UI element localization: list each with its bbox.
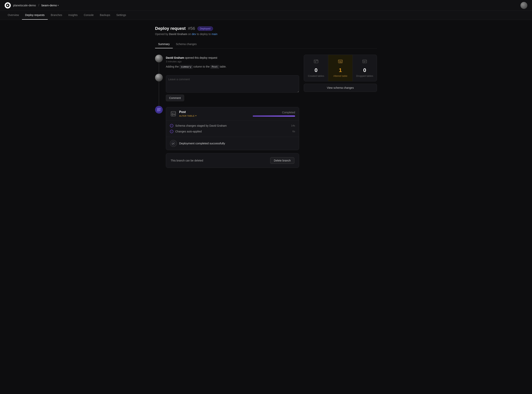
subtab-summary[interactable]: Summary <box>155 40 173 48</box>
db-dropdown-chevron-icon: ▾ <box>58 4 59 7</box>
org-name[interactable]: planetscale-demo <box>13 4 36 7</box>
source-branch-link[interactable]: dev <box>192 32 196 36</box>
migration-step-1: ✓ Schema changes staged by David Graham … <box>170 123 295 129</box>
activity-row-opened: David Graham opened this deploy request … <box>155 55 299 74</box>
db-name: beam-demo <box>42 4 57 7</box>
sub-tabs: Summary Schema changes <box>155 40 377 48</box>
desc-prefix: Adding the <box>166 65 179 68</box>
migration-name-wrapper: Post ALTER TABLE ▾ <box>179 110 197 117</box>
activity-time: 3 minutes ago <box>166 60 299 63</box>
tab-branches[interactable]: Branches <box>48 11 65 20</box>
planetscale-logo[interactable] <box>5 2 11 9</box>
svg-rect-2 <box>159 108 160 109</box>
activity-avatar-2 <box>155 74 163 81</box>
migration-table-name: Post <box>179 110 197 114</box>
stats-column: 0 Created tables 1 Altered t <box>304 55 377 92</box>
opened-by-prefix: Opened by <box>155 32 168 36</box>
avatar-image <box>521 2 527 9</box>
svg-rect-16 <box>363 60 367 63</box>
activity-action: opened this deploy request <box>185 56 217 59</box>
migration-right: Completed <box>253 111 295 117</box>
migration-card-header: Post ALTER TABLE ▾ Completed <box>166 107 299 120</box>
stats-cards: 0 Created tables 1 Altered t <box>304 55 377 81</box>
avatar-circle-1 <box>155 55 163 62</box>
altered-table-count: 1 <box>331 67 349 73</box>
stat-altered-table: 1 Altered table <box>328 55 352 81</box>
comment-button[interactable]: Comment <box>166 95 184 101</box>
alter-table-chevron: ▾ <box>195 114 197 117</box>
tab-deploy-requests[interactable]: Deploy requests <box>22 11 47 20</box>
step-check-icon-2: ✓ <box>170 130 173 133</box>
svg-rect-8 <box>314 60 318 63</box>
tab-insights[interactable]: Insights <box>65 11 81 20</box>
subtab-schema-changes[interactable]: Schema changes <box>173 40 200 48</box>
migration-card: Post ALTER TABLE ▾ Completed <box>166 107 299 150</box>
alter-table-badge[interactable]: ALTER TABLE ▾ <box>179 114 197 117</box>
tab-backups[interactable]: Backups <box>97 11 113 20</box>
dropped-tables-label: Dropped tables <box>356 74 374 77</box>
avatar-circle-2 <box>155 74 163 81</box>
table-edit-icon <box>170 110 177 117</box>
code-summary: summary <box>179 65 193 69</box>
view-schema-changes-button[interactable]: View schema changes <box>304 84 377 92</box>
migration-left: Post ALTER TABLE ▾ <box>170 110 197 117</box>
breadcrumb-separator: / <box>38 3 39 7</box>
main-content: Deploy request #56 Deployed Opened by Da… <box>150 20 382 179</box>
db-name-wrapper[interactable]: beam-demo ▾ <box>42 4 59 7</box>
deploy-complete: Deployment completed successfully <box>166 137 299 150</box>
migration-step-2: ✓ Changes auto-applied 6s <box>170 129 295 134</box>
step-left-2: ✓ Changes auto-applied <box>170 130 202 133</box>
comment-content: Comment <box>166 74 299 106</box>
created-tables-label: Created tables <box>307 74 325 77</box>
target-branch-link[interactable]: main <box>211 32 217 36</box>
tab-overview[interactable]: Overview <box>5 11 22 20</box>
deploy-content: Post ALTER TABLE ▾ Completed <box>166 106 299 172</box>
thread-col-1 <box>155 55 163 74</box>
nav-tabs: Overview Deploy requests Branches Insigh… <box>0 11 532 20</box>
deploy-subtitle: Opened by David Graham on dev to deploy … <box>155 32 377 36</box>
step-time-1: 14s <box>291 124 295 127</box>
stat-dropped-tables: 0 Dropped tables <box>353 55 377 81</box>
activity-avatar-1 <box>155 55 163 62</box>
migration-status: Completed <box>282 111 295 114</box>
delete-branch-text: This branch can be deleted <box>171 159 203 162</box>
svg-rect-1 <box>158 108 159 109</box>
delete-branch-card: This branch can be deleted Delete branch <box>166 153 299 168</box>
user-avatar[interactable] <box>521 2 527 9</box>
thread-line-2 <box>159 81 159 106</box>
thread-col-2 <box>155 74 163 106</box>
dropped-tables-count: 0 <box>356 67 374 73</box>
activity-description: Adding the summary column to the Post ta… <box>166 64 299 69</box>
deploy-complete-text: Deployment completed successfully <box>179 142 225 145</box>
activity-heading-1: David Graham opened this deploy request <box>166 56 299 59</box>
activity-row-deploy: Post ALTER TABLE ▾ Completed <box>155 106 299 172</box>
topbar-left: planetscale-demo / beam-demo ▾ <box>5 2 59 9</box>
desc-mid: column to the <box>193 65 210 68</box>
desc-suffix: table. <box>220 65 226 68</box>
delete-branch-button[interactable]: Delete branch <box>270 157 294 164</box>
deploy-header: Deploy request #56 Deployed Opened by Da… <box>155 26 377 36</box>
created-tables-icon <box>307 59 325 65</box>
deploy-icon-circle <box>155 106 163 114</box>
migration-steps: ✓ Schema changes staged by David Graham … <box>166 120 299 137</box>
step-time-2: 6s <box>292 130 295 133</box>
svg-rect-4 <box>171 111 176 116</box>
altered-table-icon <box>331 59 349 65</box>
activity-content-1: David Graham opened this deploy request … <box>166 55 299 74</box>
progress-bar <box>253 115 295 117</box>
step-left-1: ✓ Schema changes staged by David Graham <box>170 124 227 127</box>
svg-rect-13 <box>338 60 342 63</box>
thread-col-3 <box>155 106 163 172</box>
content-layout: David Graham opened this deploy request … <box>155 55 377 172</box>
comment-input[interactable] <box>166 75 299 93</box>
tab-settings[interactable]: Settings <box>113 11 129 20</box>
step-check-icon-1: ✓ <box>170 124 173 127</box>
tab-console[interactable]: Console <box>81 11 97 20</box>
activity-user-name: David Graham <box>166 56 184 59</box>
svg-rect-3 <box>158 110 159 111</box>
deploy-title-row: Deploy request #56 Deployed <box>155 26 377 31</box>
dropped-tables-icon <box>356 59 374 65</box>
deploy-user: David Graham <box>169 32 187 36</box>
deploy-number: #56 <box>188 26 195 31</box>
on-text: on <box>188 32 191 36</box>
